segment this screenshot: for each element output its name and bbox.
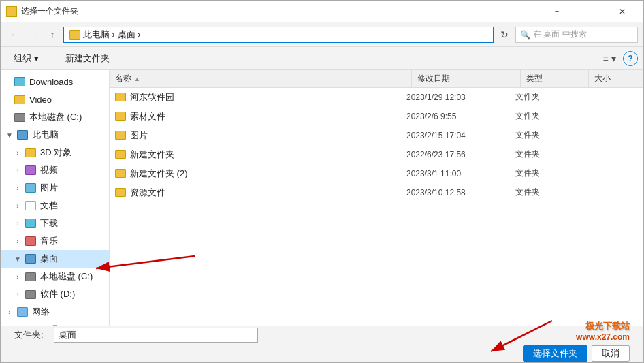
expand-icon: › bbox=[14, 167, 21, 174]
sidebar-item-label: 视频 bbox=[40, 164, 58, 176]
new-folder-button[interactable]: 新建文件夹 bbox=[58, 50, 117, 67]
net-icon bbox=[17, 307, 28, 317]
file-cell-type: 文件夹 bbox=[515, 148, 583, 160]
sidebar-item-docs[interactable]: › 文档 bbox=[1, 197, 109, 215]
sidebar-item-local-c[interactable]: 本地磁盘 (C:) bbox=[1, 108, 109, 126]
img-icon bbox=[25, 183, 36, 193]
filename-label: 文件夹: bbox=[14, 329, 48, 341]
filename-row: 文件夹: bbox=[1, 326, 643, 345]
sidebar-item-label: 本地磁盘 (C:) bbox=[40, 270, 93, 283]
folder-icon-list bbox=[115, 169, 126, 178]
sidebar-item-label: 桌面 bbox=[40, 253, 58, 265]
sidebar-item-label: 3D 对象 bbox=[40, 146, 71, 159]
file-area: 名称 ▲ 修改日期 类型 大小 河东软件园 2023/1/29 bbox=[110, 70, 643, 326]
address-path[interactable]: 此电脑 › 桌面 › bbox=[63, 27, 494, 43]
col-header-type[interactable]: 类型 bbox=[521, 70, 589, 87]
forward-button[interactable]: → bbox=[25, 27, 42, 43]
sidebar-item-label: Video bbox=[29, 95, 52, 105]
file-cell-date: 2022/6/23 17:56 bbox=[406, 150, 515, 159]
drive-icon bbox=[14, 113, 25, 122]
bottom-area: 文件夹: 选择文件夹 取消 bbox=[1, 326, 643, 362]
expand-icon: › bbox=[14, 202, 21, 210]
sidebar-item-label: 网络 bbox=[32, 306, 50, 318]
path-folder-icon bbox=[69, 30, 80, 40]
sidebar-item-pictures[interactable]: › 图片 bbox=[1, 179, 109, 197]
sidebar-item-downloads[interactable]: Downloads bbox=[1, 73, 109, 91]
organize-button[interactable]: 组织 ▾ bbox=[6, 50, 46, 67]
expand-icon: › bbox=[14, 149, 21, 157]
cancel-button[interactable]: 取消 bbox=[592, 345, 630, 362]
back-button[interactable]: ← bbox=[6, 27, 22, 43]
sidebar-item-music[interactable]: › 音乐 bbox=[1, 232, 109, 250]
toolbar: 组织 ▾ 新建文件夹 ≡ ▾ ? bbox=[1, 47, 643, 70]
sidebar-item-this-pc[interactable]: ▼ 此电脑 bbox=[1, 126, 109, 144]
sidebar-item-label: 音乐 bbox=[40, 235, 58, 247]
file-cell-date: 2023/2/6 9:55 bbox=[406, 112, 515, 121]
folder-icon bbox=[25, 148, 36, 157]
file-row[interactable]: 素材文件 2023/2/6 9:55 文件夹 bbox=[110, 107, 643, 126]
sidebar-item-desktop[interactable]: ▼ 桌面 bbox=[1, 250, 109, 268]
file-row[interactable]: 河东软件园 2023/1/29 12:03 文件夹 bbox=[110, 88, 643, 107]
pc-icon bbox=[17, 130, 28, 140]
file-cell-type: 文件夹 bbox=[515, 129, 583, 141]
expand-icon: › bbox=[14, 238, 21, 245]
search-box[interactable]: 🔍 在 桌面 中搜索 bbox=[515, 27, 638, 43]
search-icon: 🔍 bbox=[520, 30, 530, 40]
sidebar-item-label: 图片 bbox=[40, 182, 58, 194]
view-button[interactable]: ≡ ▾ bbox=[600, 50, 619, 67]
download-icon bbox=[25, 219, 36, 228]
file-cell-name: 素材文件 bbox=[115, 110, 406, 123]
file-row[interactable]: 新建文件夹 (2) 2023/3/1 11:00 文件夹 bbox=[110, 164, 643, 183]
sidebar-item-3dobj[interactable]: › 3D 对象 bbox=[1, 144, 109, 161]
download-icon bbox=[14, 77, 25, 86]
sidebar-item-video[interactable]: Video bbox=[1, 91, 109, 108]
music-icon bbox=[25, 236, 36, 246]
folder-icon-list bbox=[115, 131, 126, 140]
sidebar-item-video2[interactable]: › 视频 bbox=[1, 161, 109, 179]
refresh-button[interactable]: ↻ bbox=[496, 27, 513, 43]
file-row[interactable]: 资源文件 2023/3/10 12:58 文件夹 bbox=[110, 183, 643, 202]
file-cell-name: 新建文件夹 (2) bbox=[115, 168, 406, 180]
address-bar: ← → ↑ 此电脑 › 桌面 › ↻ 🔍 在 桌面 中搜索 bbox=[1, 22, 643, 47]
sidebar-scroll-end: ▼ bbox=[1, 321, 109, 326]
file-row[interactable]: 新建文件夹 2022/6/23 17:56 文件夹 bbox=[110, 145, 643, 164]
sidebar-item-label: 文档 bbox=[40, 200, 58, 212]
close-button[interactable]: ✕ bbox=[607, 2, 638, 21]
file-cell-type: 文件夹 bbox=[515, 187, 583, 198]
file-row[interactable]: 图片 2023/2/15 17:04 文件夹 bbox=[110, 126, 643, 145]
col-header-size[interactable]: 大小 bbox=[589, 70, 643, 87]
sidebar-item-network[interactable]: › 网络 bbox=[1, 303, 109, 321]
help-button[interactable]: ? bbox=[623, 51, 638, 66]
path-text: 此电脑 › 桌面 › bbox=[83, 29, 141, 41]
sidebar-item-downloads2[interactable]: › 下载 bbox=[1, 215, 109, 232]
sidebar-item-label: Downloads bbox=[29, 77, 73, 87]
select-folder-button[interactable]: 选择文件夹 bbox=[523, 345, 587, 362]
maximize-button[interactable]: □ bbox=[574, 2, 605, 21]
col-header-date[interactable]: 修改日期 bbox=[412, 70, 521, 87]
dialog-title: 选择一个文件夹 bbox=[21, 5, 78, 17]
expand-icon: ▼ bbox=[14, 255, 21, 263]
file-cell-type: 文件夹 bbox=[515, 110, 583, 122]
minimize-button[interactable]: － bbox=[541, 2, 573, 21]
search-placeholder: 在 桌面 中搜索 bbox=[533, 29, 587, 40]
up-button[interactable]: ↑ bbox=[44, 27, 61, 43]
sidebar-item-localc2[interactable]: › 本地磁盘 (C:) bbox=[1, 268, 109, 285]
sidebar: Downloads Video 本地磁盘 (C:) ▼ 此电脑 › bbox=[1, 70, 110, 326]
file-list: 河东软件园 2023/1/29 12:03 文件夹 素材文件 2023/2/6 … bbox=[110, 88, 643, 326]
filename-input[interactable] bbox=[54, 328, 258, 343]
doc-icon bbox=[25, 201, 36, 210]
file-cell-type: 文件夹 bbox=[515, 168, 583, 179]
sidebar-item-label: 下载 bbox=[40, 217, 58, 230]
main-area: Downloads Video 本地磁盘 (C:) ▼ 此电脑 › bbox=[1, 70, 643, 326]
expand-icon: › bbox=[14, 220, 21, 227]
file-cell-name: 新建文件夹 bbox=[115, 148, 406, 161]
col-header-name[interactable]: 名称 ▲ bbox=[110, 70, 412, 87]
file-cell-type: 文件夹 bbox=[515, 91, 583, 103]
file-header: 名称 ▲ 修改日期 类型 大小 bbox=[110, 70, 643, 88]
file-cell-date: 2023/1/29 12:03 bbox=[406, 93, 515, 102]
expand-icon: › bbox=[14, 291, 21, 298]
file-cell-name: 资源文件 bbox=[115, 187, 406, 199]
title-icon bbox=[6, 6, 17, 17]
sidebar-item-label: 软件 (D:) bbox=[40, 288, 75, 300]
sidebar-item-softd[interactable]: › 软件 (D:) bbox=[1, 285, 109, 303]
